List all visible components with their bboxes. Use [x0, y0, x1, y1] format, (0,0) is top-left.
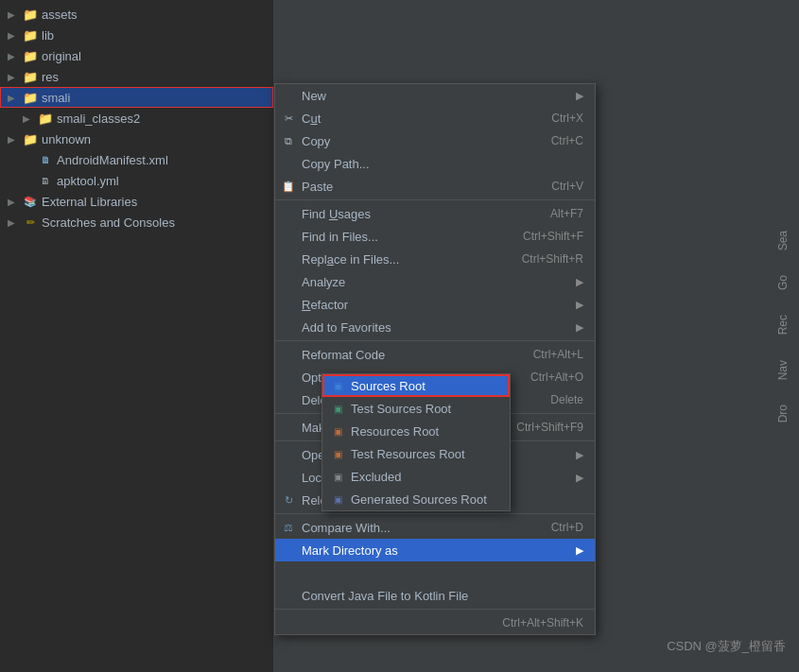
- submenu-item-test-sources-root[interactable]: ▣ Test Sources Root: [322, 397, 510, 420]
- label-androidmanifest: AndroidManifest.xml: [57, 153, 168, 167]
- arrow-icon-new: ▶: [576, 90, 583, 102]
- label-excluded: Excluded: [351, 470, 401, 484]
- reload-icon: ↻: [281, 492, 296, 508]
- tree-item-original[interactable]: ▶ 📁 original: [0, 45, 273, 66]
- separator-2: [275, 340, 595, 341]
- label-resources-root: Resources Root: [351, 424, 439, 439]
- arrow-smali: ▶: [8, 93, 23, 103]
- sources-root-icon: ▣: [330, 378, 345, 393]
- quick-btn-go[interactable]: Go: [774, 271, 791, 294]
- arrow-icon-mark-dir: ▶: [576, 544, 583, 557]
- menu-item-copy[interactable]: ⧉ Copy Ctrl+C: [275, 129, 595, 152]
- shortcut-cut: Ctrl+X: [551, 112, 583, 125]
- menu-label-add-bom: Convert Java File to Kotlin File: [302, 589, 583, 603]
- label-sources-root: Sources Root: [351, 379, 426, 393]
- tree-item-scratches[interactable]: ▶ ✏ Scratches and Consoles: [0, 212, 273, 233]
- quick-btn-dro[interactable]: Dro: [774, 401, 791, 426]
- menu-item-paste[interactable]: 📋 Paste Ctrl+V: [275, 175, 595, 198]
- shortcut-copy: Ctrl+C: [551, 134, 583, 147]
- label-test-sources-root: Test Sources Root: [351, 402, 451, 416]
- label-original: original: [42, 49, 81, 63]
- tree-item-unknown[interactable]: ▶ 📁 unknown: [0, 129, 273, 149]
- menu-label-find-usages: Find Usages: [302, 207, 531, 221]
- xml-icon: 🗎: [38, 152, 53, 167]
- arrow-original: ▶: [8, 51, 23, 61]
- separator-1: [275, 199, 595, 200]
- arrow-extlibs: ▶: [8, 197, 23, 207]
- separator-6: [275, 609, 595, 610]
- label-res: res: [42, 70, 59, 84]
- arrow-smali-classes2: ▶: [23, 113, 38, 124]
- tree-item-smali[interactable]: ▶ 📁 smali: [0, 87, 273, 108]
- menu-item-reformat[interactable]: Reformat Code Ctrl+Alt+L: [275, 343, 595, 366]
- label-apktool: apktool.yml: [57, 174, 119, 188]
- menu-label-compare: Compare With...: [302, 521, 532, 535]
- menu-item-find-files[interactable]: Find in Files... Ctrl+Shift+F: [275, 225, 595, 248]
- label-test-resources-root: Test Resources Root: [351, 447, 465, 461]
- submenu-item-resources-root[interactable]: ▣ Resources Root: [322, 420, 510, 442]
- tree-item-smali-classes2[interactable]: ▶ 📁 smali_classes2: [0, 108, 273, 129]
- folder-icon-assets: 📁: [23, 7, 38, 22]
- menu-label-cut: Cut: [302, 112, 532, 126]
- menu-label-new: New: [302, 89, 568, 103]
- menu-item-cut[interactable]: ✂ Cut Ctrl+X: [275, 107, 595, 129]
- menu-item-add-favorites[interactable]: Add to Favorites ▶: [275, 316, 595, 338]
- tree-item-lib[interactable]: ▶ 📁 lib: [0, 25, 273, 45]
- tree-item-extlibs[interactable]: ▶ 📚 External Libraries: [0, 191, 273, 212]
- menu-item-refactor[interactable]: Refactor ▶: [275, 293, 595, 316]
- quick-btn-sea[interactable]: Sea: [774, 227, 791, 254]
- menu-item-analyze[interactable]: Analyze ▶: [275, 270, 595, 293]
- tree-item-res[interactable]: ▶ 📁 res: [0, 66, 273, 87]
- menu-item-add-bom[interactable]: Convert Java File to Kotlin File: [275, 584, 595, 607]
- folder-icon-original: 📁: [23, 48, 38, 63]
- submenu-item-generated-sources-root[interactable]: ▣ Generated Sources Root: [322, 488, 510, 510]
- quick-access-panel: Sea Go Rec Nav Dro: [742, 227, 799, 426]
- cut-icon: ✂: [281, 111, 296, 126]
- arrow-assets: ▶: [8, 9, 23, 20]
- tree-item-assets[interactable]: ▶ 📁 assets: [0, 4, 273, 25]
- shortcut-optimize: Ctrl+Alt+O: [530, 370, 583, 384]
- menu-label-replace-files: Replace in Files...: [302, 252, 503, 267]
- copy-icon: ⧉: [281, 133, 296, 148]
- menu-item-copy-path[interactable]: Copy Path...: [275, 152, 595, 175]
- menu-item-convert[interactable]: Ctrl+Alt+Shift+K: [275, 612, 595, 634]
- menu-item-find-usages[interactable]: Find Usages Alt+F7: [275, 202, 595, 225]
- tree-item-androidmanifest[interactable]: ▶ 🗎 AndroidManifest.xml: [0, 149, 273, 170]
- label-generated-sources-root: Generated Sources Root: [351, 492, 487, 507]
- folder-icon-smali-classes2: 📁: [38, 111, 53, 126]
- scratch-icon: ✏: [23, 215, 38, 230]
- compare-icon: ⚖: [281, 520, 296, 535]
- menu-label-copy-path: Copy Path...: [302, 157, 583, 171]
- shortcut-convert: Ctrl+Alt+Shift+K: [502, 616, 583, 629]
- shortcut-compare: Ctrl+D: [551, 521, 583, 534]
- menu-item-replace-files[interactable]: Replace in Files... Ctrl+Shift+R: [275, 248, 595, 270]
- submenu-item-sources-root[interactable]: ▣ Sources Root: [322, 374, 510, 397]
- quick-btn-nav[interactable]: Nav: [774, 356, 791, 384]
- tree-item-apktool[interactable]: ▶ 🗎 apktool.yml: [0, 170, 273, 191]
- watermark: CSDN @菠萝_橙留香: [667, 638, 786, 655]
- submenu-item-test-resources-root[interactable]: ▣ Test Resources Root: [322, 442, 510, 465]
- menu-label-mark-dir: Mark Directory as: [302, 543, 568, 558]
- menu-label-analyze: Analyze: [302, 275, 568, 289]
- arrow-res: ▶: [8, 72, 23, 82]
- label-assets: assets: [42, 8, 78, 22]
- excluded-icon: ▣: [330, 469, 345, 484]
- quick-btn-rec[interactable]: Rec: [774, 311, 791, 338]
- folder-icon-lib: 📁: [23, 27, 38, 43]
- file-tree: ▶ 📁 assets ▶ 📁 lib ▶ 📁 original ▶ 📁 res …: [0, 0, 274, 672]
- menu-label-add-favorites: Add to Favorites: [302, 320, 568, 335]
- yml-icon: 🗎: [38, 173, 53, 188]
- submenu-mark-directory: ▣ Sources Root ▣ Test Sources Root ▣ Res…: [321, 373, 511, 511]
- menu-item-mark-dir[interactable]: Mark Directory as ▶: [275, 539, 595, 561]
- test-resources-root-icon: ▣: [330, 446, 345, 461]
- menu-item-compare[interactable]: ⚖ Compare With... Ctrl+D: [275, 516, 595, 539]
- shortcut-make-module: Ctrl+Shift+F9: [516, 421, 583, 434]
- arrow-icon-analyze: ▶: [576, 276, 583, 288]
- label-smali: smali: [42, 91, 70, 105]
- arrow-scratches: ▶: [8, 217, 23, 228]
- resources-root-icon: ▣: [330, 423, 345, 439]
- menu-item-remove-bom[interactable]: [275, 561, 595, 584]
- menu-item-new[interactable]: New ▶: [275, 84, 595, 107]
- submenu-item-excluded[interactable]: ▣ Excluded: [322, 465, 510, 488]
- arrow-icon-local-history: ▶: [576, 472, 583, 484]
